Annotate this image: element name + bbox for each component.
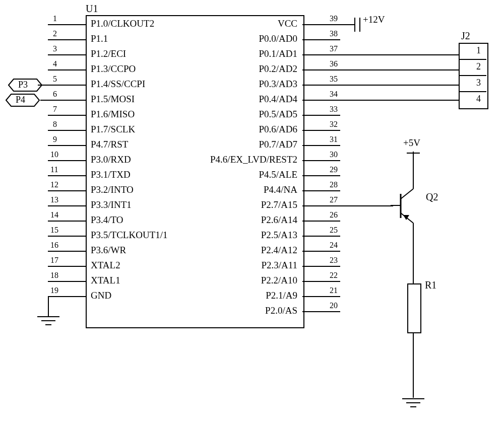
j2-div	[459, 91, 486, 92]
u1-pin-line-right	[302, 130, 340, 131]
u1-pin-line-right	[302, 236, 340, 237]
v5-label: +5V	[403, 137, 420, 149]
u1-pin-num-9: 9	[53, 135, 57, 144]
u1-pin-line-left	[48, 221, 86, 222]
u1-pin-num-17: 17	[50, 256, 58, 265]
u1-pin-num-22: 22	[323, 271, 338, 280]
u1-pin-label-16: P3.6/WR	[91, 245, 126, 256]
cap-plate-1	[354, 18, 355, 32]
u1-pin-num-28: 28	[323, 180, 338, 189]
u1-pin-line-right	[302, 54, 459, 55]
u1-pin-label-9: P4.7/RST	[91, 139, 128, 150]
u1-pin-label-34: P0.4/AD4	[186, 94, 297, 105]
u1-pin-num-32: 32	[323, 120, 338, 129]
u1-pin-line-left	[48, 266, 86, 267]
u1-pin-num-24: 24	[323, 241, 338, 250]
u1-pin-line-right	[302, 205, 393, 206]
u1-pin-num-25: 25	[323, 226, 338, 235]
u1-pin-label-27: P2.7/A15	[186, 199, 297, 210]
u1-pin-label-19: GND	[91, 290, 111, 301]
u1-pin-num-11: 11	[50, 165, 58, 174]
u1-pin-label-28: P4.4/NA	[186, 184, 297, 195]
u1-pin-label-6: P1.5/MOSI	[91, 94, 135, 105]
u1-pin-num-3: 3	[53, 44, 57, 53]
u1-pin-label-17: XTAL2	[91, 260, 120, 271]
u1-pin-label-11: P3.1/TXD	[91, 169, 131, 180]
u1-pin-label-39: VCC	[186, 18, 297, 29]
cap-plate-2	[359, 18, 360, 32]
u1-pin-line-left	[48, 236, 86, 237]
j2-pin-1: 1	[476, 45, 481, 56]
q2-r1-wire	[413, 223, 414, 283]
u1-pin-line-right	[302, 266, 340, 267]
u1-pin-label-2: P1.1	[91, 33, 108, 44]
q2-ref: Q2	[426, 191, 438, 203]
gnd-wire	[48, 296, 49, 316]
u1-pin-line-left	[48, 130, 86, 131]
u1-pin-num-29: 29	[323, 165, 338, 174]
u1-ref: U1	[86, 3, 98, 15]
u1-pin-num-21: 21	[323, 286, 338, 295]
u1-pin-line-left	[48, 54, 86, 55]
u1-pin-num-5: 5	[53, 75, 57, 84]
u1-pin-line-left	[48, 281, 86, 282]
v5-wire	[413, 159, 414, 189]
u1-pin-num-27: 27	[323, 195, 338, 204]
u1-pin-line-right	[302, 281, 340, 282]
u1-pin-line-right	[302, 251, 340, 252]
u1-pin-num-19: 19	[50, 286, 58, 295]
u1-pin-label-22: P2.2/A10	[186, 275, 297, 286]
resistor-icon	[407, 283, 421, 333]
netlabel-p4: P4	[16, 95, 25, 105]
u1-pin-line-left	[48, 160, 86, 161]
j2-ref: J2	[461, 30, 470, 42]
u1-pin-line-right	[302, 24, 340, 25]
u1-pin-line-left	[48, 251, 86, 252]
u1-pin-label-7: P1.6/MISO	[91, 109, 135, 120]
u1-pin-num-10: 10	[50, 150, 58, 159]
u1-pin-num-31: 31	[323, 135, 338, 144]
u1-pin-num-38: 38	[323, 29, 338, 38]
u1-pin-line-right	[302, 160, 340, 161]
netlabel-p3: P3	[18, 80, 28, 90]
u1-pin-line-left	[48, 190, 86, 191]
u1-pin-label-24: P2.4/A12	[186, 245, 297, 256]
u1-pin-label-26: P2.6/A14	[186, 214, 297, 226]
u1-pin-label-15: P3.5/TCLKOUT1/1	[91, 230, 168, 241]
u1-pin-label-23: P2.3/A11	[186, 260, 297, 271]
u1-pin-num-20: 20	[323, 301, 338, 310]
u1-pin-num-15: 15	[50, 226, 58, 235]
u1-pin-label-30: P4.6/EX_LVD/REST2	[186, 154, 297, 165]
u1-pin-line-left	[48, 69, 86, 70]
u1-pin-line-right	[302, 190, 340, 191]
u1-pin-num-8: 8	[53, 120, 57, 129]
u1-pin-num-30: 30	[323, 150, 338, 159]
u1-pin-line-right	[302, 175, 340, 176]
u1-pin-label-4: P1.3/CCPO	[91, 63, 136, 75]
u1-pin-line-right	[302, 69, 459, 70]
u1-pin-label-31: P0.7/AD7	[186, 139, 297, 150]
u1-pin-line-right	[302, 85, 459, 86]
u1-pin-label-5: P1.4/SS/CCPI	[91, 79, 145, 90]
u1-pin-label-38: P0.0/AD0	[186, 33, 297, 44]
ground-icon	[400, 397, 426, 412]
u1-pin-num-6: 6	[53, 90, 57, 99]
u1-pin-line-left	[38, 85, 86, 86]
u1-pin-line-left	[48, 296, 86, 297]
u1-pin-line-right	[302, 221, 340, 222]
u1-pin-num-7: 7	[53, 105, 57, 114]
j2-div	[459, 75, 486, 76]
j2-pin-2: 2	[476, 61, 481, 72]
j2-div	[459, 59, 486, 60]
u1-pin-num-33: 33	[323, 105, 338, 114]
u1-pin-label-18: XTAL1	[91, 275, 120, 286]
v12-label: +12V	[363, 14, 385, 25]
u1-pin-label-12: P3.2/INTO	[91, 184, 134, 195]
schematic-canvas: U1 1 P1.0/CLKOUT2 2 P1.1 3 P1.2/ECI 4 P1…	[0, 0, 504, 433]
u1-pin-line-right	[302, 145, 340, 146]
u1-pin-num-18: 18	[50, 271, 58, 280]
u1-pin-num-16: 16	[50, 241, 58, 250]
u1-pin-label-20: P2.0/AS	[186, 305, 297, 316]
u1-pin-num-23: 23	[323, 256, 338, 265]
r1-gnd-wire	[413, 332, 414, 398]
